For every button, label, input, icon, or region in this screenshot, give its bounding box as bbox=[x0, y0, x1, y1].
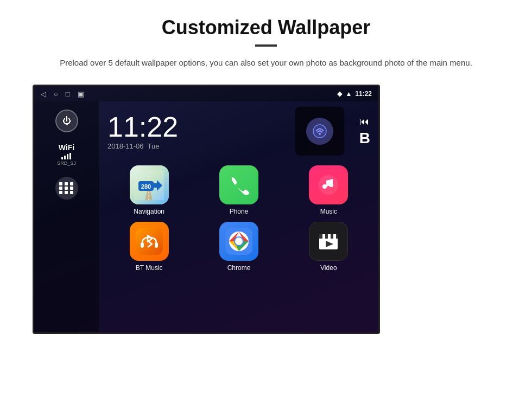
apps-grid-button[interactable] bbox=[55, 177, 78, 200]
svg-rect-11 bbox=[155, 242, 158, 248]
wifi-bar-3 bbox=[67, 154, 68, 159]
svg-point-15 bbox=[235, 237, 243, 245]
title-divider bbox=[255, 44, 277, 47]
music-label: Music bbox=[320, 208, 337, 215]
clock-section: 11:22 2018-11-06 Tue bbox=[107, 107, 370, 156]
wifi-bars bbox=[61, 153, 71, 159]
app-item-btmusic[interactable]: BT Music bbox=[107, 222, 191, 272]
page-description: Preload over 5 default wallpaper options… bbox=[33, 56, 499, 69]
navigation-label: Navigation bbox=[134, 208, 164, 215]
clock-display: 11:22 2018-11-06 Tue bbox=[107, 113, 284, 150]
location-icon: ◆ bbox=[337, 90, 342, 98]
svg-rect-19 bbox=[322, 234, 325, 239]
svg-point-7 bbox=[322, 184, 327, 189]
app-item-navigation[interactable]: 280 Navigation bbox=[107, 165, 191, 215]
svg-rect-21 bbox=[333, 234, 336, 239]
sidebar: ⏻ WiFi SRD_SJ bbox=[34, 101, 99, 332]
status-bar-right: ◆ ▲ 11:22 bbox=[337, 90, 372, 98]
grid-dots bbox=[59, 182, 74, 194]
wifi-ssid: SRD_SJ bbox=[57, 160, 76, 166]
app-grid: 280 Navigation bbox=[107, 165, 370, 272]
btmusic-icon bbox=[130, 222, 169, 261]
main-content: 11:22 2018-11-06 Tue bbox=[99, 101, 378, 332]
wifi-widget: WiFi SRD_SJ bbox=[57, 143, 76, 166]
android-screen: ◁ ○ □ ▣ ◆ ▲ 11:22 ⏻ WiFi bbox=[33, 85, 380, 334]
prev-track-button[interactable]: ⏮ bbox=[359, 116, 370, 127]
screen-body: ⏻ WiFi SRD_SJ bbox=[34, 101, 378, 332]
video-icon bbox=[309, 222, 348, 261]
b-letter: B bbox=[359, 130, 370, 147]
home-icon: ○ bbox=[54, 90, 58, 98]
clock-time: 11:22 bbox=[107, 113, 284, 141]
clock-date: 2018-11-06 Tue bbox=[107, 142, 284, 150]
page-title: Customized Wallpaper bbox=[33, 16, 499, 39]
wallpaper-panel: CarSetting bbox=[380, 85, 532, 89]
wifi-label: WiFi bbox=[59, 143, 74, 152]
status-bar: ◁ ○ □ ▣ ◆ ▲ 11:22 bbox=[34, 86, 378, 101]
video-label: Video bbox=[320, 264, 337, 272]
status-bar-left: ◁ ○ □ ▣ bbox=[41, 90, 84, 98]
svg-point-1 bbox=[319, 133, 321, 135]
app-item-music[interactable]: Music bbox=[287, 165, 370, 215]
music-icon bbox=[309, 165, 348, 204]
power-button[interactable]: ⏻ bbox=[55, 110, 78, 132]
status-time: 11:22 bbox=[355, 90, 372, 98]
wifi-bar-4 bbox=[69, 153, 71, 159]
app-item-video[interactable]: Video bbox=[287, 222, 370, 272]
media-controls: ⏮ B bbox=[359, 116, 370, 147]
media-icon bbox=[306, 118, 333, 145]
navigation-icon: 280 bbox=[130, 165, 169, 204]
wifi-bar-2 bbox=[64, 156, 66, 159]
recents-icon: □ bbox=[66, 90, 70, 98]
chrome-label: Chrome bbox=[227, 264, 251, 272]
media-widget bbox=[295, 107, 344, 156]
signal-icon: ▲ bbox=[345, 90, 352, 98]
phone-icon bbox=[219, 165, 258, 204]
svg-text:280: 280 bbox=[141, 183, 151, 190]
wifi-bar-1 bbox=[61, 157, 63, 159]
svg-point-8 bbox=[329, 183, 333, 187]
svg-rect-20 bbox=[328, 234, 331, 239]
back-icon: ◁ bbox=[41, 90, 46, 98]
btmusic-label: BT Music bbox=[136, 264, 163, 272]
screenshot-icon: ▣ bbox=[78, 90, 84, 98]
app-item-phone[interactable]: Phone bbox=[197, 165, 280, 215]
app-item-chrome[interactable]: Chrome bbox=[197, 222, 280, 272]
phone-label: Phone bbox=[230, 208, 249, 215]
chrome-icon bbox=[219, 222, 258, 261]
svg-rect-10 bbox=[141, 242, 144, 248]
